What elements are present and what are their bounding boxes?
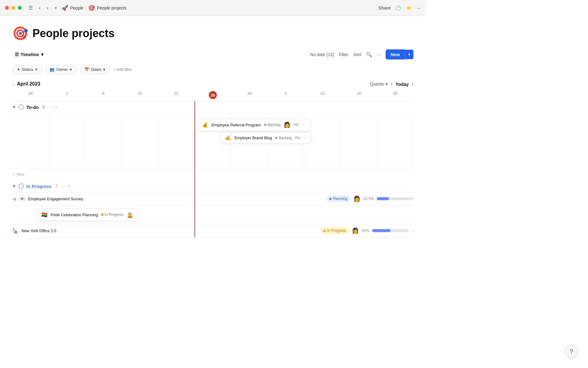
breadcrumb-separator: / <box>85 6 87 10</box>
referral-status: Backlog <box>264 123 281 127</box>
todo-collapse-arrow[interactable]: ▼ <box>12 105 16 109</box>
task-row-pride: 🏳️‍🌈 Pride Celebration Planning In Progr… <box>12 205 413 224</box>
more-options-button[interactable]: ··· <box>417 5 421 10</box>
nyoffice-pct: 50% <box>362 228 369 233</box>
add-filter-button[interactable]: + Add filter <box>113 67 132 72</box>
date-8: 8 <box>85 89 122 101</box>
task-card-pride[interactable]: 🏳️‍🌈 Pride Celebration Planning In Progr… <box>37 209 138 221</box>
nyoffice-name: New York Office 2.0 <box>21 228 317 233</box>
new-dropdown-button[interactable]: ▾ <box>405 50 413 59</box>
referral-drag[interactable]: — <box>302 123 306 127</box>
owner-label: Owner <box>56 67 68 72</box>
fullscreen-icon[interactable] <box>18 6 22 10</box>
new-button-group: New ▾ <box>386 49 413 59</box>
titlebar-actions: Share 🕐 ⭐ ··· <box>378 5 421 11</box>
pride-avatar: 🧝 <box>126 211 133 218</box>
date-22: 22 <box>158 89 194 101</box>
quarter-chevron: ▾ <box>386 82 388 86</box>
date-24: 24 <box>12 89 49 101</box>
todo-count: 8 <box>42 105 45 109</box>
date-29: 29 <box>231 89 268 101</box>
minimize-icon[interactable] <box>11 6 15 10</box>
today-button[interactable]: Today <box>396 82 409 87</box>
chevron-down-icon: ▾ <box>41 52 43 57</box>
todo-label: To-do <box>26 105 39 110</box>
status-label: Status <box>22 67 33 72</box>
survey-bar <box>377 197 413 200</box>
status-filter[interactable]: ✦ Status ▾ <box>12 65 42 74</box>
todo-more-button[interactable]: ··· <box>48 105 52 109</box>
nyoffice-bar-fill <box>372 229 390 232</box>
pride-status-dot <box>101 213 104 216</box>
date-26b: 26 <box>377 89 413 101</box>
titlebar: ☰ ‹ › + 🚀 People / 🎯 People projects Sha… <box>0 0 426 16</box>
status-chevron: ▾ <box>35 67 37 72</box>
survey-pct: 33.3% <box>363 197 374 201</box>
blog-drag[interactable]: — <box>303 136 307 140</box>
breadcrumb-people[interactable]: People <box>70 6 84 10</box>
breadcrumb-page[interactable]: People projects <box>97 6 126 10</box>
dates-chevron: ▾ <box>103 67 105 72</box>
owner-filter[interactable]: 👥 Owner ▾ <box>45 65 77 74</box>
quarter-selector[interactable]: Quarter ▾ <box>370 82 388 86</box>
star-button[interactable]: ⭐ <box>406 5 412 11</box>
close-icon[interactable] <box>5 6 9 10</box>
page-title: People projects <box>32 27 115 40</box>
referral-pct: 0% <box>293 123 299 127</box>
forward-button[interactable]: › <box>45 4 50 12</box>
status-icon: ✦ <box>17 67 20 72</box>
todo-gantt-area: 💰 Employee Referral Program Backlog 👩 0%… <box>12 113 413 168</box>
nyoffice-expand[interactable]: › <box>412 228 413 233</box>
survey-avatar: 👩 <box>353 195 360 202</box>
inprogress-collapse-arrow[interactable]: ▼ <box>12 184 16 188</box>
more-toolbar-button[interactable]: ··· <box>377 52 381 57</box>
nyoffice-icon: 🗽 <box>12 228 18 234</box>
date-19: 19 <box>341 89 377 101</box>
sidebar-toggle-button[interactable]: ☰ <box>27 4 35 12</box>
history-button[interactable]: 🕐 <box>395 5 401 11</box>
new-button[interactable]: New <box>386 49 405 59</box>
survey-icon: 💌 <box>19 196 25 202</box>
task-row-survey: ◀ 💌 Employee Engagement Survey Planning … <box>12 192 413 205</box>
task-card-referral[interactable]: 💰 Employee Referral Program Backlog 👩 0%… <box>198 119 310 131</box>
timeline-view-button[interactable]: ☰ Timeline ▾ <box>12 50 46 59</box>
filter-button[interactable]: Filter <box>339 52 349 57</box>
todo-icon <box>18 104 24 110</box>
pride-name: Pride Celebration Planning <box>51 213 98 217</box>
search-button[interactable]: 🔍 <box>366 52 372 57</box>
expand-arrows[interactable]: » <box>12 82 14 86</box>
new-row-label: New <box>17 172 24 177</box>
new-todo-row-button[interactable]: + New <box>12 168 24 180</box>
owner-chevron: ▾ <box>70 67 72 72</box>
timeline-prev[interactable]: ‹ <box>391 81 392 87</box>
people-projects-icon: 🎯 <box>88 5 95 11</box>
no-date-button[interactable]: No date (13) <box>310 52 334 57</box>
timeline-nav: Quarter ▾ ‹ Today › <box>370 81 413 87</box>
dates-filter[interactable]: 📅 Dates ▾ <box>80 65 110 74</box>
back-button[interactable]: ‹ <box>37 4 42 12</box>
dates-label: Dates <box>91 67 101 72</box>
date-15: 15 <box>122 89 158 101</box>
inprogress-more-button[interactable]: ··· <box>61 184 65 189</box>
nyoffice-bar <box>372 229 409 232</box>
timeline-next[interactable]: › <box>412 81 413 87</box>
inprogress-add-button[interactable]: + <box>68 183 70 189</box>
date-5: 5 <box>268 89 304 101</box>
task-card-blog[interactable]: ✍️ Employer Brand Blog Backlog 0% — <box>221 132 311 144</box>
blog-icon: ✍️ <box>225 135 231 141</box>
timeline-header: » April 2023 Quarter ▾ ‹ Today › <box>12 81 413 87</box>
add-tab-button[interactable]: + <box>53 4 59 12</box>
sort-button[interactable]: Sort <box>353 52 361 57</box>
survey-status-dot <box>329 198 331 200</box>
inprogress-count: 7 <box>55 184 58 189</box>
back-icon[interactable]: ◀ <box>12 196 16 202</box>
todo-add-button[interactable]: + <box>55 104 58 110</box>
date-26-today: 26 <box>194 89 231 101</box>
toolbar-right: No date (13) Filter Sort 🔍 ··· New ▾ <box>310 49 413 59</box>
share-button[interactable]: Share <box>378 5 390 10</box>
timeline-icon: ☰ <box>15 52 19 57</box>
today-circle: 26 <box>209 91 217 99</box>
filter-bar: ✦ Status ▾ 👥 Owner ▾ 📅 Dates ▾ + Add fil… <box>12 65 413 74</box>
task-row-nyoffice: 🗽 New York Office 2.0 In Progress 👩 50% … <box>12 224 413 237</box>
titlebar-nav: ☰ ‹ › + <box>27 4 59 12</box>
